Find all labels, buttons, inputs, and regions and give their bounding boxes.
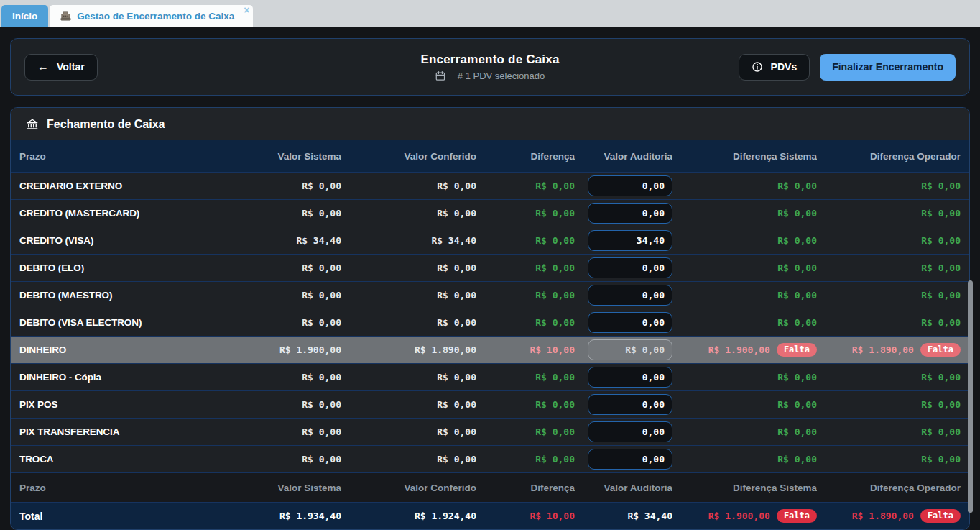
valor-conferido-cell: R$ 0,00: [341, 208, 476, 219]
valor-sistema-cell: R$ 0,00: [212, 290, 341, 301]
diferenca-operador-cell-value: R$ 0,00: [921, 235, 961, 246]
back-button[interactable]: ← Voltar: [24, 54, 98, 81]
diferenca-operador-cell: R$ 0,00: [817, 372, 961, 383]
table-row: DEBITO (ELO)R$ 0,00R$ 0,00R$ 0,00R$ 0,00…: [11, 254, 969, 281]
table-row: CREDITO (VISA)R$ 34,40R$ 34,40R$ 0,00R$ …: [11, 227, 969, 254]
pdv-count-text: # 1 PDV selecionado: [458, 70, 545, 81]
valor-conferido-cell: R$ 0,00: [341, 399, 476, 410]
valor-auditoria-cell: [575, 285, 672, 306]
section-header: Fechamento de Caixa: [11, 108, 969, 140]
diferenca-sistema-cell: R$ 0,00: [672, 290, 817, 301]
valor-auditoria-cell: [575, 312, 672, 333]
row-label: PIX TRANSFERENCIA: [19, 426, 212, 437]
valor-auditoria-input[interactable]: [588, 449, 672, 470]
falta-badge: Falta: [777, 343, 817, 357]
valor-conferido-cell: R$ 34,40: [341, 235, 476, 246]
diferenca-cell: R$ 0,00: [476, 426, 575, 437]
valor-auditoria-input[interactable]: [588, 312, 672, 333]
column-header-6: Diferença Sistema: [672, 151, 817, 162]
valor-sistema-cell: R$ 0,00: [212, 208, 341, 219]
column-header-5: Valor Auditoria: [575, 483, 672, 493]
table-footer-header-row: PrazoValor SistemaValor ConferidoDiferen…: [11, 472, 969, 502]
header-actions: PDVs Finalizar Encerramento: [739, 54, 956, 81]
diferenca-cell: R$ 0,00: [476, 262, 575, 273]
vertical-scrollbar-thumb[interactable]: [968, 280, 973, 513]
valor-conferido-cell: R$ 0,00: [341, 454, 476, 465]
column-header-4: Diferença: [476, 483, 575, 493]
diferenca-operador-cell: R$ 0,00: [817, 454, 961, 465]
total-valor-auditoria: R$ 34,40: [575, 511, 672, 521]
diferenca-sistema-cell-value: R$ 0,00: [777, 262, 817, 273]
diferenca-sistema-cell: R$ 1.900,00Falta: [672, 343, 817, 357]
total-diferenca-sistema: R$ 1.900,00Falta: [672, 509, 817, 523]
valor-auditoria-cell: [575, 449, 672, 470]
column-header-7: Diferença Operador: [817, 151, 961, 162]
tab-close-icon[interactable]: ×: [244, 5, 249, 15]
valor-auditoria-cell: [575, 394, 672, 415]
diferenca-cell: R$ 0,00: [476, 372, 575, 383]
valor-conferido-cell: R$ 0,00: [341, 317, 476, 328]
table-row: CREDIARIO EXTERNOR$ 0,00R$ 0,00R$ 0,00R$…: [11, 172, 969, 199]
valor-conferido-cell: R$ 0,00: [341, 290, 476, 301]
info-icon: [752, 61, 763, 73]
table-header-row: PrazoValor SistemaValor ConferidoDiferen…: [11, 140, 969, 172]
diferenca-cell: R$ 10,00: [476, 344, 575, 355]
valor-auditoria-cell: [575, 257, 672, 278]
calendar-icon: [435, 70, 446, 81]
table-row: PIX POSR$ 0,00R$ 0,00R$ 0,00R$ 0,00R$ 0,…: [11, 390, 969, 418]
falta-badge: Falta: [920, 509, 961, 523]
total-diferenca: R$ 10,00: [476, 511, 575, 521]
diferenca-operador-cell-value: R$ 0,00: [921, 399, 961, 410]
hash-icon: #: [458, 70, 463, 81]
pdvs-button[interactable]: PDVs: [739, 54, 810, 81]
diferenca-sistema-cell: R$ 0,00: [672, 372, 817, 383]
valor-auditoria-cell: [575, 203, 672, 224]
valor-auditoria-input[interactable]: [588, 203, 672, 224]
valor-auditoria-input[interactable]: [588, 230, 672, 251]
header-center: Encerramento de Caixa # 1 PDV selecionad…: [420, 52, 559, 81]
diferenca-cell: R$ 0,00: [476, 181, 575, 191]
fechamento-panel: Fechamento de Caixa PrazoValor SistemaVa…: [10, 107, 970, 530]
diferenca-cell: R$ 0,00: [476, 399, 575, 410]
diferenca-sistema-cell-value: R$ 0,00: [777, 372, 817, 383]
row-label: CREDIARIO EXTERNO: [19, 181, 212, 191]
tab-gestao-label: Gestao de Encerramento de Caixa: [77, 11, 234, 22]
valor-auditoria-input[interactable]: [588, 394, 672, 415]
tab-inicio-label: Início: [12, 11, 37, 22]
valor-auditoria-input[interactable]: [588, 285, 672, 306]
tab-inicio[interactable]: Início: [1, 5, 48, 27]
diferenca-sistema-cell: R$ 0,00: [672, 208, 817, 219]
valor-sistema-cell: R$ 1.900,00: [212, 344, 341, 355]
valor-conferido-cell: R$ 0,00: [341, 181, 476, 191]
column-header-4: Diferença: [476, 151, 575, 162]
diferenca-sistema-cell: R$ 0,00: [672, 317, 817, 328]
valor-auditoria-input[interactable]: [588, 257, 672, 278]
tab-gestao-encerramento[interactable]: Gestao de Encerramento de Caixa ×: [50, 5, 253, 27]
diferenca-operador-cell: R$ 0,00: [817, 262, 961, 273]
valor-auditoria-input[interactable]: [588, 421, 672, 442]
valor-conferido-cell: R$ 0,00: [341, 262, 476, 273]
total-diferenca-sistema-value: R$ 1.900,00: [708, 511, 770, 521]
valor-auditoria-input[interactable]: [588, 175, 672, 196]
pdv-count-label: 1 PDV selecionado: [466, 70, 545, 81]
diferenca-operador-cell-value: R$ 0,00: [921, 372, 961, 383]
finalize-button[interactable]: Finalizar Encerramento: [820, 54, 956, 81]
total-valor-sistema: R$ 1.934,40: [212, 511, 341, 521]
diferenca-operador-cell: R$ 0,00: [817, 208, 961, 219]
page-title: Encerramento de Caixa: [420, 52, 559, 67]
valor-sistema-cell: R$ 0,00: [212, 262, 341, 273]
row-label: DEBITO (ELO): [19, 262, 212, 273]
total-valor-conferido: R$ 1.924,40: [341, 511, 476, 521]
diferenca-sistema-cell: R$ 0,00: [672, 399, 817, 410]
table-row: DEBITO (VISA ELECTRON)R$ 0,00R$ 0,00R$ 0…: [11, 309, 969, 336]
diferenca-sistema-cell: R$ 0,00: [672, 235, 817, 246]
diferenca-sistema-cell: R$ 0,00: [672, 181, 817, 191]
diferenca-operador-cell: R$ 0,00: [817, 317, 961, 328]
valor-auditoria-cell: [575, 367, 672, 388]
valor-auditoria-input[interactable]: [588, 367, 672, 388]
diferenca-operador-cell: R$ 1.890,00Falta: [817, 343, 961, 357]
diferenca-operador-cell: R$ 0,00: [817, 290, 961, 301]
diferenca-cell: R$ 0,00: [476, 208, 575, 219]
row-label: DINHEIRO - Cópia: [19, 372, 212, 383]
diferenca-operador-cell-value: R$ 0,00: [921, 208, 961, 219]
